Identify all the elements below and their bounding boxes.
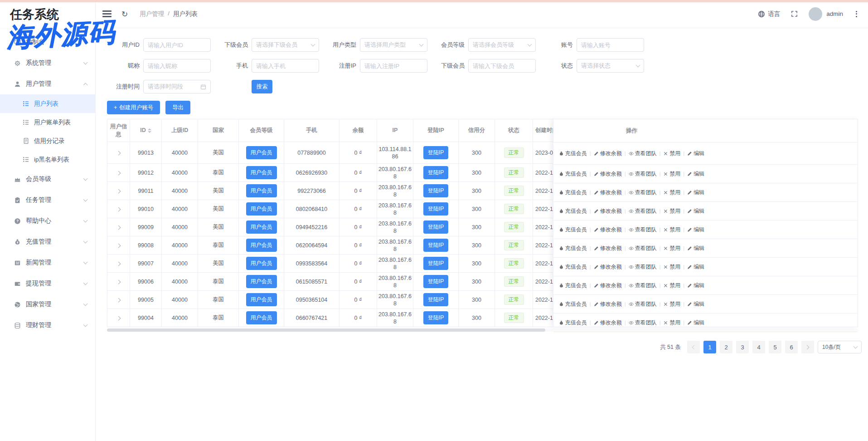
view-team-link[interactable]: 查看团队: [629, 282, 657, 289]
expand-row-icon[interactable]: [116, 225, 121, 230]
sidebar-item-member-levels[interactable]: 会员等级: [0, 169, 95, 190]
login-ip-button[interactable]: 登陆IP: [423, 220, 448, 234]
sidebar-item-tasks[interactable]: 任务管理: [0, 190, 95, 211]
sidebar-item-recharge[interactable]: ¥ 充值管理: [0, 231, 95, 252]
view-team-link[interactable]: 查看团队: [629, 319, 657, 327]
create-user-button[interactable]: +创建用户账号: [107, 101, 160, 114]
page-button[interactable]: 5: [769, 341, 781, 353]
edit-link[interactable]: 编辑: [687, 263, 704, 271]
disable-link[interactable]: 禁用: [663, 226, 680, 234]
language-switcher[interactable]: 语言: [758, 10, 780, 18]
view-team-link[interactable]: 查看团队: [629, 170, 657, 178]
search-button[interactable]: 搜索: [252, 80, 272, 93]
expand-row-icon[interactable]: [116, 261, 121, 266]
disable-link[interactable]: 禁用: [663, 282, 680, 289]
modify-balance-link[interactable]: 修改余额: [594, 282, 622, 289]
disable-link[interactable]: 禁用: [663, 150, 680, 157]
user-menu[interactable]: admin: [809, 7, 843, 21]
disable-link[interactable]: 禁用: [663, 319, 680, 327]
edit-link[interactable]: 编辑: [687, 207, 704, 215]
user-id-input[interactable]: [143, 38, 211, 52]
view-team-link[interactable]: 查看团队: [629, 300, 657, 308]
edit-link[interactable]: 编辑: [687, 245, 704, 252]
expand-row-icon[interactable]: [116, 279, 121, 284]
recharge-member-link[interactable]: 充值会员: [559, 319, 587, 327]
login-ip-button[interactable]: 登陆IP: [423, 184, 448, 197]
member-level-button[interactable]: 用户会员: [246, 293, 277, 306]
recharge-member-link[interactable]: 充值会员: [559, 300, 587, 308]
member-level-select[interactable]: 请选择会员等级: [468, 38, 536, 52]
recharge-member-link[interactable]: 充值会员: [559, 170, 587, 178]
sidebar-item-users[interactable]: 用户管理: [0, 74, 95, 94]
view-team-link[interactable]: 查看团队: [629, 150, 657, 157]
login-ip-button[interactable]: 登陆IP: [423, 202, 448, 216]
expand-row-icon[interactable]: [116, 243, 121, 248]
edit-link[interactable]: 编辑: [687, 319, 704, 327]
sidebar-item-finance[interactable]: 理财管理: [0, 315, 95, 336]
login-ip-button[interactable]: 登陆IP: [423, 311, 448, 324]
member-level-button[interactable]: 用户会员: [246, 220, 277, 234]
member-level-button[interactable]: 用户会员: [246, 202, 277, 216]
edit-link[interactable]: 编辑: [687, 170, 704, 178]
login-ip-button[interactable]: 登陆IP: [423, 239, 448, 252]
recharge-member-link[interactable]: 充值会员: [559, 150, 587, 157]
disable-link[interactable]: 禁用: [663, 245, 680, 252]
page-button[interactable]: 2: [720, 341, 732, 353]
edit-link[interactable]: 编辑: [687, 226, 704, 234]
export-button[interactable]: 导出: [165, 101, 190, 114]
page-button[interactable]: 1: [703, 341, 716, 353]
view-team-link[interactable]: 查看团队: [629, 245, 657, 252]
expand-row-icon[interactable]: [116, 207, 121, 211]
edit-link[interactable]: 编辑: [687, 189, 704, 196]
hamburger-menu-icon[interactable]: [102, 10, 112, 17]
login-ip-button[interactable]: 登陆IP: [423, 146, 448, 159]
disable-link[interactable]: 禁用: [663, 263, 680, 271]
kebab-menu-icon[interactable]: [854, 9, 859, 19]
expand-row-icon[interactable]: [116, 298, 121, 302]
sidebar-item-user-bills[interactable]: 用户账单列表: [0, 113, 95, 132]
login-ip-button[interactable]: 登陆IP: [423, 257, 448, 270]
refresh-icon[interactable]: ↻: [121, 10, 128, 19]
view-team-link[interactable]: 查看团队: [629, 207, 657, 215]
account-input[interactable]: [577, 38, 644, 52]
page-button[interactable]: 6: [785, 341, 798, 353]
register-time-picker[interactable]: 请选择时间段: [143, 80, 211, 93]
login-ip-button[interactable]: 登陆IP: [423, 166, 448, 179]
modify-balance-link[interactable]: 修改余额: [594, 226, 622, 234]
member-level-button[interactable]: 用户会员: [246, 146, 277, 159]
recharge-member-link[interactable]: 充值会员: [559, 245, 587, 252]
login-ip-button[interactable]: 登陆IP: [423, 293, 448, 306]
member-level-button[interactable]: 用户会员: [246, 184, 277, 197]
sidebar-item-system[interactable]: 系统管理: [0, 53, 95, 74]
member-level-button[interactable]: 用户会员: [246, 275, 277, 288]
col-id-sortable[interactable]: ID: [130, 119, 162, 142]
recharge-member-link[interactable]: 充值会员: [559, 226, 587, 234]
register-ip-input[interactable]: [360, 59, 427, 73]
sidebar-item-help-center[interactable]: ? 帮助中心: [0, 211, 95, 231]
sidebar-item-user-list[interactable]: 用户列表: [0, 94, 95, 113]
sidebar-item-countries[interactable]: 国家管理: [0, 294, 95, 315]
scrollbar-thumb[interactable]: [107, 328, 545, 332]
fullscreen-icon[interactable]: [791, 10, 798, 17]
member-level-button[interactable]: 用户会员: [246, 166, 277, 179]
user-type-select[interactable]: 请选择用户类型: [360, 38, 427, 52]
view-team-link[interactable]: 查看团队: [629, 226, 657, 234]
sub-member-input[interactable]: [468, 59, 536, 73]
page-button[interactable]: 3: [736, 341, 749, 353]
expand-row-icon[interactable]: [116, 171, 121, 175]
sidebar-item-ip-blacklist[interactable]: ip黑名单列表: [0, 150, 95, 169]
member-level-button[interactable]: 用户会员: [246, 311, 277, 324]
edit-link[interactable]: 编辑: [687, 282, 704, 289]
view-team-link[interactable]: 查看团队: [629, 189, 657, 196]
view-team-link[interactable]: 查看团队: [629, 263, 657, 271]
page-button[interactable]: 4: [752, 341, 765, 353]
prev-page-button[interactable]: [687, 341, 700, 353]
edit-link[interactable]: 编辑: [687, 300, 704, 308]
disable-link[interactable]: 禁用: [663, 189, 680, 196]
member-level-button[interactable]: 用户会员: [246, 257, 277, 270]
disable-link[interactable]: 禁用: [663, 170, 680, 178]
disable-link[interactable]: 禁用: [663, 207, 680, 215]
page-size-select[interactable]: 10条/页: [818, 341, 862, 353]
sidebar-item-credit-records[interactable]: 信用分记录: [0, 132, 95, 150]
next-page-button[interactable]: [801, 341, 814, 353]
